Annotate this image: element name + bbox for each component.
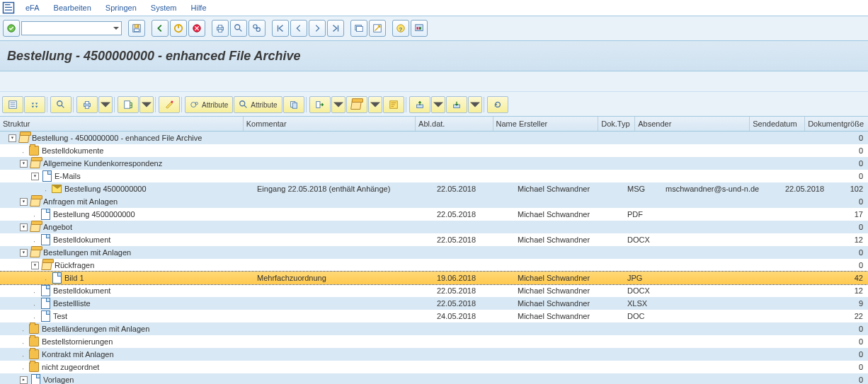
column-struktur[interactable]: Struktur (0, 117, 244, 131)
column-ersteller[interactable]: Name Ersteller (493, 117, 599, 131)
column-doktyp[interactable]: Dok.Typ (598, 117, 635, 131)
table-row[interactable]: ▾Anfragen mit Anlagen0 (0, 195, 868, 208)
find-tree-button[interactable] (50, 96, 72, 113)
move-button[interactable] (309, 96, 331, 113)
table-row[interactable]: ·Bestelldokumente0 (0, 144, 868, 157)
details-button[interactable] (2, 96, 23, 113)
table-row[interactable]: ·Bild 1Mehrfachzuordnung19.06.2018Michae… (0, 272, 868, 284)
expand-icon[interactable]: ▾ (20, 249, 28, 257)
last-page-button[interactable] (327, 20, 344, 37)
exit-button[interactable] (170, 20, 187, 37)
print-button[interactable] (212, 20, 229, 37)
row-label: Bestellliste (53, 299, 91, 308)
upload-button[interactable] (409, 96, 430, 113)
table-row[interactable]: ·Test24.05.2018Michael SchwandnerDOC22 (0, 310, 868, 322)
table-row[interactable]: ·nicht zugeordnet0 (0, 361, 868, 373)
row-label: Bestellstornierungen (42, 337, 113, 346)
folder-closed-icon (29, 324, 39, 334)
cell-size: 12 (855, 286, 863, 295)
customize-layout-button[interactable] (411, 20, 428, 37)
expand-icon[interactable]: ▾ (31, 262, 39, 269)
download-menu-button[interactable] (468, 96, 482, 113)
print-tree-button[interactable] (76, 96, 98, 113)
find-button[interactable] (230, 20, 247, 37)
document-icon (40, 209, 50, 219)
new-folder-menu-button[interactable] (368, 96, 382, 113)
export-menu-button[interactable] (139, 96, 154, 113)
table-row[interactable]: ▾Rückfragen0 (0, 259, 868, 272)
menu-hilfe[interactable]: Hilfe (184, 2, 214, 13)
generate-shortcut-button[interactable] (369, 20, 386, 37)
column-dokgroesse[interactable]: Dokumentgröße (805, 117, 868, 131)
document-icon (42, 171, 52, 181)
table-row[interactable]: ▾Bestellung - 4500000000 - enhanced File… (0, 132, 868, 144)
menu-bearbeiten[interactable]: Bearbeiten (47, 2, 98, 13)
cell-creator: Michael Schwandner (518, 274, 590, 282)
expand-icon[interactable]: ▾ (8, 134, 16, 142)
row-label: Bestelldokument (53, 235, 110, 244)
table-row[interactable]: ·Bestellliste22.05.2018Michael Schwandne… (0, 297, 868, 310)
move-menu-button[interactable] (331, 96, 346, 113)
filter-button[interactable] (383, 96, 404, 113)
table-row[interactable]: ▾Angebot0 (0, 221, 868, 233)
find-next-button[interactable] (249, 20, 265, 37)
cell-size: 22 (855, 312, 863, 320)
export-button[interactable] (118, 96, 139, 113)
dropdown-icon[interactable] (113, 25, 119, 31)
cell-size: 0 (859, 248, 863, 257)
expand-icon[interactable]: ▾ (20, 160, 28, 168)
table-row[interactable]: ▸Vorlagen0 (0, 373, 868, 384)
upload-menu-button[interactable] (431, 96, 445, 113)
first-page-button[interactable] (272, 20, 289, 37)
attribute-display-button[interactable]: Attribute (185, 96, 233, 113)
table-row[interactable]: ·Kontrakt mit Anlagen0 (0, 348, 868, 361)
table-row[interactable]: ▾Allgemeine Kundenkorrespondenz0 (0, 157, 868, 170)
menu-system[interactable]: System (144, 2, 184, 13)
print-menu-button[interactable] (98, 96, 113, 113)
column-sendedatum[interactable]: Sendedatum (750, 117, 805, 131)
app-icon[interactable] (1, 1, 16, 14)
download-button[interactable] (446, 96, 467, 113)
column-kommentar[interactable]: Kommentar (244, 117, 416, 131)
refresh-button[interactable] (487, 96, 508, 113)
table-row[interactable]: ·Bestellung 450000000022.05.2018Michael … (0, 208, 868, 221)
attribute-search-button[interactable]: Attribute (234, 96, 282, 113)
new-folder-button[interactable] (346, 96, 367, 113)
table-row[interactable]: ·Bestellung 4500000000Eingang 22.05.2018… (0, 182, 868, 195)
menu-springen[interactable]: Springen (98, 2, 144, 13)
menubar: eFA Bearbeiten Springen System Hilfe (0, 0, 868, 16)
table-row[interactable]: ▾E-Mails0 (0, 170, 868, 182)
svg-rect-26 (85, 106, 88, 109)
copy-button[interactable] (283, 96, 304, 113)
expand-icon[interactable]: ▾ (20, 223, 28, 231)
expand-icon[interactable]: ▾ (31, 173, 39, 180)
cell-size: 0 (859, 159, 863, 168)
next-page-button[interactable] (309, 20, 326, 37)
new-session-button[interactable] (350, 20, 367, 37)
expand-icon[interactable]: ▾ (20, 198, 28, 206)
table-row[interactable]: ·Bestelländerungen mit Anlagen0 (0, 322, 868, 335)
save-button[interactable] (128, 20, 145, 37)
folder-closed-icon (29, 349, 39, 359)
svg-rect-20 (417, 27, 419, 30)
column-absender[interactable]: Absender (635, 117, 750, 131)
expand-icon[interactable]: ▸ (20, 376, 28, 384)
help-button[interactable]: ? (392, 20, 409, 37)
table-row[interactable]: ·Bestellstornierungen0 (0, 335, 868, 348)
leaf-bullet: · (20, 351, 26, 358)
table-row[interactable]: ▾Bestellungen mit Anlagen0 (0, 246, 868, 259)
annotate-button[interactable] (159, 96, 180, 113)
cancel-button[interactable] (188, 20, 205, 37)
menu-efa[interactable]: eFA (18, 2, 47, 13)
command-field[interactable] (21, 21, 122, 35)
column-abldat[interactable]: Abl.dat. (416, 117, 493, 131)
row-label: Bestelldokument (53, 286, 110, 295)
cell-creator: Michael Schwandner (518, 312, 590, 320)
table-row[interactable]: ·Bestelldokument22.05.2018Michael Schwan… (0, 233, 868, 246)
expand-all-button[interactable] (24, 96, 45, 113)
table-row[interactable]: ·Bestelldokument22.05.2018Michael Schwan… (0, 284, 868, 297)
prev-page-button[interactable] (290, 20, 307, 37)
enter-button[interactable] (3, 20, 20, 37)
back-button[interactable] (152, 20, 169, 37)
row-label: Kontrakt mit Anlagen (42, 350, 114, 359)
